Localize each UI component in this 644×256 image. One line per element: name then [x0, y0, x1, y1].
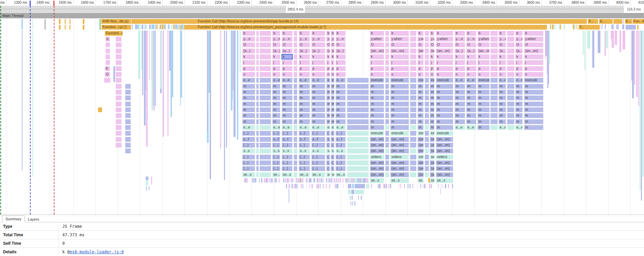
flame-bar[interactable]: Function Call (http://lesscss.org/less-p… [179, 25, 547, 30]
flame-bar[interactable] [425, 42, 429, 47]
flame-bar[interactable] [425, 107, 429, 112]
flame-bar[interactable]: (an...on) [436, 149, 453, 153]
flame-bar[interactable]: (a...) [326, 49, 330, 53]
flame-bar[interactable]: e...e [336, 125, 345, 130]
flame-bar[interactable]: m [436, 102, 453, 106]
flame-bar[interactable]: O [418, 42, 423, 47]
flame-bar[interactable]: m [390, 84, 409, 89]
flame-bar[interactable]: o [499, 72, 506, 77]
flame-bar[interactable] [256, 66, 259, 71]
flame-bar[interactable]: se...s [331, 172, 334, 177]
flame-bar[interactable]: b [370, 31, 384, 36]
flame-bar[interactable] [106, 54, 110, 59]
flame-bar[interactable]: k [336, 54, 345, 59]
flame-bar[interactable] [294, 160, 297, 165]
flame-bar[interactable] [256, 42, 259, 47]
flame-bar[interactable]: F... [579, 25, 600, 30]
flame-bar[interactable]: m [418, 113, 423, 118]
flame-bar[interactable]: m [436, 113, 453, 118]
flame-microbar[interactable] [296, 178, 296, 183]
flame-microbar[interactable] [252, 178, 252, 183]
flame-bar[interactable]: se...s [336, 172, 345, 177]
flame-microbar[interactable] [383, 184, 384, 188]
flame-bar[interactable]: j [331, 60, 334, 65]
flame-bar[interactable] [410, 166, 416, 171]
flame-microbar[interactable] [602, 24, 602, 29]
flame-bar[interactable]: (an...on) [430, 160, 434, 165]
flame-bar[interactable]: (a...) [331, 49, 334, 53]
flame-bar[interactable] [260, 96, 271, 100]
flame-microbar[interactable] [336, 184, 336, 188]
flame-bar[interactable] [490, 49, 498, 53]
flame-microbar[interactable] [114, 66, 115, 82]
flame-bar[interactable]: m [326, 96, 330, 100]
flame-bar[interactable]: m [370, 102, 384, 106]
flame-bar[interactable]: p [311, 66, 325, 71]
flame-bar[interactable]: O [436, 42, 453, 47]
flame-bar[interactable]: m [478, 107, 489, 112]
flame-bar[interactable] [347, 155, 369, 159]
flame-bar[interactable]: m [272, 96, 280, 100]
flame-microbar[interactable] [592, 31, 594, 68]
flame-bar[interactable] [294, 49, 297, 53]
flame-microbar[interactable] [155, 31, 156, 106]
flame-bar[interactable]: (a...) [455, 49, 465, 53]
flame-bar[interactable]: k [390, 54, 409, 59]
flame-bar[interactable] [507, 54, 514, 59]
flame-bar[interactable]: j [282, 60, 292, 65]
flame-bar[interactable]: j [336, 60, 345, 65]
flame-microbar[interactable] [329, 178, 330, 183]
flame-bar[interactable]: p [331, 66, 334, 71]
source-location-link[interactable]: es6-module-loader.js:6 [70, 250, 124, 254]
flame-bar[interactable] [425, 172, 429, 177]
flame-bar[interactable]: execute [418, 131, 423, 136]
flame-bar[interactable]: (an...on) [390, 143, 409, 148]
flame-microbar[interactable] [274, 178, 275, 183]
flame-microbar[interactable] [438, 184, 439, 188]
flame-bar[interactable] [425, 54, 429, 59]
flame-bar[interactable] [425, 160, 429, 165]
flame-bar[interactable]: p [299, 66, 310, 71]
flame-microbar[interactable] [634, 31, 635, 85]
flame-bar[interactable]: (an...on) [524, 49, 543, 53]
flame-microbar[interactable] [550, 24, 551, 29]
flame-microbar[interactable] [606, 31, 608, 48]
flame-microbar[interactable] [367, 178, 368, 183]
flame-microbar[interactable] [618, 24, 619, 29]
flame-bar[interactable]: setters [436, 155, 453, 159]
flame-microbar[interactable] [271, 178, 273, 183]
tab-layers[interactable]: Layers [25, 216, 42, 222]
flame-bar[interactable]: s...f [331, 137, 334, 142]
flame-bar[interactable] [256, 49, 259, 53]
flame-bar[interactable] [507, 49, 514, 53]
flame-bar[interactable]: m [418, 96, 423, 100]
flame-bar[interactable]: (...) [299, 155, 310, 159]
flame-bar[interactable]: e...e [311, 125, 325, 130]
flame-microbar[interactable] [294, 184, 294, 188]
flame-bar[interactable] [347, 119, 369, 124]
flame-microbar[interactable] [584, 31, 585, 70]
flame-bar[interactable]: o [524, 72, 543, 77]
flame-bar[interactable]: m [311, 119, 325, 124]
flame-bar[interactable]: m [331, 107, 334, 112]
flame-microbar[interactable] [355, 184, 365, 188]
flame-bar[interactable]: m [466, 107, 476, 112]
flame-bar[interactable]: se...s [272, 172, 280, 177]
flame-microbar[interactable] [388, 184, 389, 188]
flame-bar[interactable]: m [336, 96, 345, 100]
flame-bar[interactable]: s...s [299, 149, 310, 153]
flame-microbar[interactable] [146, 176, 148, 180]
flame-bar[interactable]: (...) [331, 160, 334, 165]
flame-microbar[interactable] [417, 184, 417, 188]
flame-bar[interactable]: s...f [326, 137, 330, 142]
flame-bar[interactable]: m [311, 113, 325, 118]
flame-bar[interactable] [125, 137, 131, 142]
flame-bar[interactable] [125, 113, 131, 118]
flame-bar[interactable]: (an...on) [370, 149, 384, 153]
flame-bar[interactable]: (...) [331, 143, 334, 148]
flame-bar[interactable]: (an...on) [418, 172, 423, 177]
flame-bar[interactable]: o [455, 72, 465, 77]
flame-bar[interactable] [69, 19, 70, 24]
flame-bar[interactable]: p [515, 66, 522, 71]
flame-microbar[interactable] [333, 178, 333, 183]
